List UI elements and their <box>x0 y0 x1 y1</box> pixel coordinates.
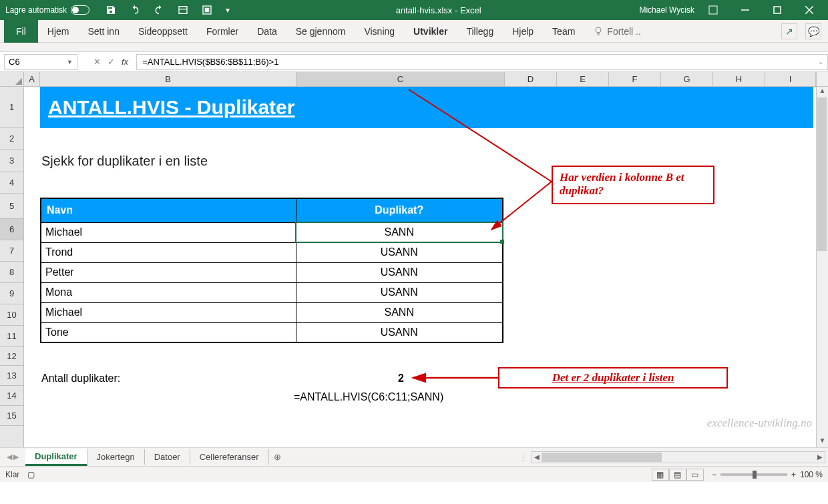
status-ready: Klar <box>5 470 19 479</box>
horizontal-scrollbar[interactable]: ◀ ▶ <box>532 451 825 463</box>
row-header-1[interactable]: 1 <box>0 87 23 128</box>
sheet-tabs: ◀▶ Duplikater Jokertegn Datoer Cellerefe… <box>0 447 828 466</box>
redo-icon[interactable] <box>154 4 166 16</box>
table-row[interactable]: MichaelSANN <box>41 302 503 322</box>
add-sheet-button[interactable]: ⊕ <box>269 452 286 462</box>
col-header-d[interactable]: D <box>505 72 557 86</box>
table-row[interactable]: TrondUSANN <box>41 242 503 262</box>
ribbon-display-icon[interactable] <box>700 0 727 20</box>
tab-team[interactable]: Team <box>543 20 584 43</box>
zoom-in-icon[interactable]: + <box>791 470 796 479</box>
tab-sett-inn[interactable]: Sett inn <box>78 20 128 43</box>
row-header-15[interactable]: 15 <box>0 406 23 426</box>
table-row[interactable]: ToneUSANN <box>41 322 503 342</box>
col-header-a[interactable]: A <box>24 72 40 86</box>
scroll-up-icon[interactable]: ▲ <box>817 87 828 97</box>
fx-icon[interactable]: fx <box>122 57 128 67</box>
page-layout-icon[interactable]: ▤ <box>669 469 686 481</box>
comments-icon[interactable]: 💬 <box>805 23 821 39</box>
tell-me-search[interactable]: Fortell .. <box>584 20 650 43</box>
tab-visning[interactable]: Visning <box>355 20 404 43</box>
name-box[interactable]: C6 ▼ <box>4 54 77 70</box>
svg-rect-5 <box>774 7 781 13</box>
toggle-icon[interactable] <box>71 5 89 15</box>
qat-icon-2[interactable] <box>202 4 214 16</box>
sheet-tab-cellereferanser[interactable]: Cellereferanser <box>190 449 269 465</box>
count-formula: =ANTALL.HVIS(C6:C11;SANN) <box>294 391 443 403</box>
status-bar: Klar ▢ ▦ ▤ ▭ − + 100 % <box>0 466 828 482</box>
sheet-tab-datoer[interactable]: Datoer <box>145 449 190 465</box>
tab-formler[interactable]: Formler <box>197 20 248 43</box>
tab-hjelp[interactable]: Hjelp <box>503 20 543 43</box>
document-title: antall-hvis.xlsx - Excel <box>238 5 639 15</box>
table-row[interactable]: MonaUSANN <box>41 282 503 302</box>
tab-utvikler[interactable]: Utvikler <box>404 20 457 43</box>
callout-answer: Det er 2 duplikater i listen <box>498 367 728 389</box>
normal-view-icon[interactable]: ▦ <box>652 469 669 481</box>
table-row[interactable]: PetterUSANN <box>41 262 503 282</box>
row-header-10[interactable]: 10 <box>0 304 23 326</box>
page-break-icon[interactable]: ▭ <box>686 469 704 481</box>
count-value: 2 <box>398 372 404 385</box>
col-header-h[interactable]: H <box>713 72 765 86</box>
undo-icon[interactable] <box>130 4 142 16</box>
sheet-tab-jokertegn[interactable]: Jokertegn <box>87 449 145 465</box>
tab-data[interactable]: Data <box>248 20 286 43</box>
scroll-right-icon[interactable]: ▶ <box>815 453 825 461</box>
close-icon[interactable] <box>796 0 823 20</box>
zoom-out-icon[interactable]: − <box>712 470 716 479</box>
maximize-icon[interactable] <box>764 0 791 20</box>
row-header-7[interactable]: 7 <box>0 240 23 262</box>
tab-se-gjennom[interactable]: Se gjennom <box>286 20 355 43</box>
title-band: ANTALL.HVIS - Duplikater <box>40 87 813 128</box>
macro-record-icon[interactable]: ▢ <box>27 470 35 479</box>
row-header-11[interactable]: 11 <box>0 326 23 347</box>
scroll-thumb[interactable] <box>817 97 827 251</box>
col-header-e[interactable]: E <box>557 72 609 86</box>
row-header-8[interactable]: 8 <box>0 262 23 283</box>
cells-area[interactable]: ANTALL.HVIS - Duplikater Sjekk for dupli… <box>24 87 828 447</box>
sheet-nav[interactable]: ◀▶ <box>0 453 25 461</box>
th-name: Navn <box>41 198 296 222</box>
share-icon[interactable]: ↗ <box>781 23 797 39</box>
row-header-5[interactable]: 5 <box>0 194 23 219</box>
row-header-14[interactable]: 14 <box>0 386 23 406</box>
col-header-c[interactable]: C <box>296 72 505 86</box>
row-header-4[interactable]: 4 <box>0 172 23 194</box>
col-header-g[interactable]: G <box>661 72 713 86</box>
formula-input[interactable]: =ANTALL.HVIS($B$6:$B$11;B6)>1 ⌄ <box>136 54 828 70</box>
formula-text: =ANTALL.HVIS($B$6:$B$11;B6)>1 <box>142 57 278 67</box>
scroll-down-icon[interactable]: ▼ <box>817 437 828 447</box>
row-header-2[interactable]: 2 <box>0 128 23 150</box>
col-header-b[interactable]: B <box>40 72 296 86</box>
enter-icon[interactable]: ✓ <box>108 57 115 67</box>
row-header-12[interactable]: 12 <box>0 347 23 366</box>
row-header-6[interactable]: 6 <box>0 219 23 240</box>
tab-sideoppsett[interactable]: Sideoppsett <box>129 20 197 43</box>
select-all-button[interactable] <box>0 72 24 86</box>
row-header-13[interactable]: 13 <box>0 366 23 386</box>
tab-tillegg[interactable]: Tillegg <box>457 20 503 43</box>
chevron-down-icon[interactable]: ▾ <box>226 4 238 16</box>
tab-fil[interactable]: Fil <box>4 20 38 43</box>
vertical-scrollbar[interactable]: ▲ ▼ <box>816 87 828 447</box>
scroll-left-icon[interactable]: ◀ <box>532 453 542 461</box>
expand-formula-icon[interactable]: ⌄ <box>818 58 823 65</box>
autosave-toggle[interactable]: Lagre automatisk <box>5 5 89 15</box>
save-icon[interactable] <box>106 4 118 16</box>
cancel-icon[interactable]: ✕ <box>93 57 101 67</box>
scroll-thumb[interactable] <box>542 453 662 462</box>
tab-hjem[interactable]: Hjem <box>38 20 79 43</box>
minimize-icon[interactable] <box>732 0 759 20</box>
chevron-down-icon[interactable]: ▼ <box>67 59 73 65</box>
zoom-slider[interactable] <box>720 473 787 476</box>
col-header-f[interactable]: F <box>609 72 661 86</box>
zoom-value[interactable]: 100 % <box>800 470 823 479</box>
qat-icon-1[interactable] <box>178 4 190 16</box>
col-header-i[interactable]: I <box>765 72 816 86</box>
user-name[interactable]: Michael Wycisk <box>639 5 694 15</box>
row-header-3[interactable]: 3 <box>0 150 23 172</box>
zoom-control[interactable]: − + 100 % <box>712 470 823 479</box>
sheet-tab-duplikater[interactable]: Duplikater <box>25 449 87 466</box>
row-header-9[interactable]: 9 <box>0 283 23 304</box>
